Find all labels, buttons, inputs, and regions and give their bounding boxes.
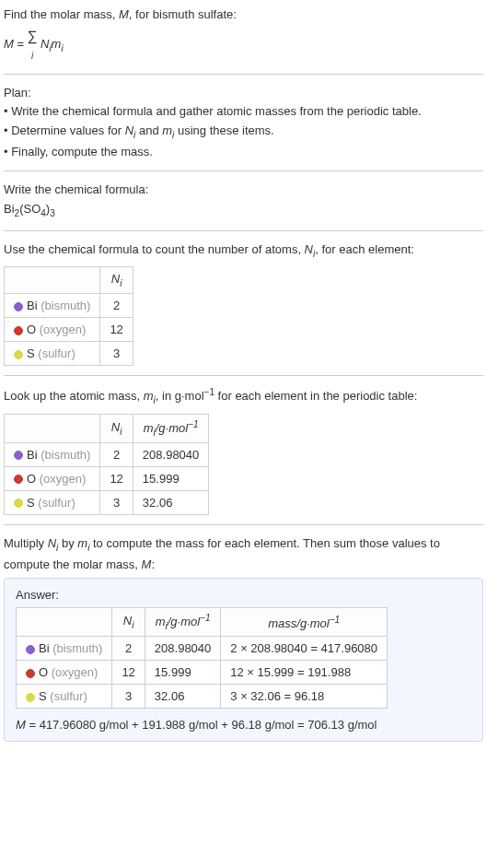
n-cell: 12	[100, 466, 133, 490]
m-cell: 32.06	[133, 490, 208, 514]
el-name: (bismuth)	[41, 299, 90, 312]
element-dot	[14, 499, 23, 508]
divider	[4, 375, 483, 376]
plan2-and: and	[135, 123, 162, 137]
prompt-post: , for bismuth sulfate:	[129, 7, 237, 21]
multiply-block: Multiply Ni by mi to compute the mass fo…	[4, 534, 483, 742]
n-cell: 2	[112, 637, 145, 661]
n-cell: 3	[112, 685, 145, 709]
element-cell: Bi (bismuth)	[5, 294, 100, 318]
m-cell: 32.06	[145, 685, 220, 709]
count-pre: Use the chemical formula to count the nu…	[4, 242, 305, 256]
el-name: (oxygen)	[40, 323, 87, 336]
mult-var: M	[142, 557, 152, 571]
count-post: , for each element:	[315, 242, 414, 256]
th-empty	[5, 414, 100, 442]
eq-n: N	[37, 37, 49, 51]
divider	[4, 74, 483, 75]
m-cell: 208.98040	[145, 637, 220, 661]
summation: ∑i	[28, 26, 38, 65]
table-row: O (oxygen) 12	[5, 318, 133, 342]
table-row: O (oxygen) 12 15.999	[5, 466, 209, 490]
chemical-formula: Bi2(SO4)3	[4, 200, 483, 221]
el-name: (oxygen)	[40, 472, 87, 486]
m-cell: 15.999	[133, 466, 208, 490]
el-name: (sulfur)	[50, 689, 87, 703]
mass-cell: 3 × 32.06 = 96.18	[221, 685, 388, 709]
eq-eq: =	[14, 37, 28, 51]
table-row: Bi (bismuth) 2	[5, 294, 133, 318]
element-cell: O (oxygen)	[5, 318, 100, 342]
plan2-post: using these items.	[174, 123, 273, 137]
el-name: (bismuth)	[52, 641, 102, 655]
prompt-pre: Find the molar mass,	[4, 7, 119, 21]
divider	[4, 230, 483, 231]
table-row: Bi (bismuth) 2 208.98040	[5, 442, 209, 466]
element-dot	[14, 302, 23, 311]
table-row: S (sulfur) 3 32.06 3 × 32.06 = 96.18	[17, 685, 388, 709]
el-sym: Bi	[27, 299, 38, 312]
th-m-exp: −1	[200, 613, 210, 623]
el-sym: S	[27, 346, 35, 360]
th-m-exp: −1	[188, 419, 198, 429]
th-n-sub: i	[132, 620, 133, 630]
mass-exp: −1	[204, 387, 215, 397]
th-mass-exp: −1	[330, 615, 340, 625]
element-cell: O (oxygen)	[17, 661, 112, 685]
th-mass-pre: mass/g·mol	[268, 616, 329, 630]
divider	[4, 524, 483, 525]
answer-box: Answer: Ni mi/g·mol−1 mass/g·mol−1 Bi (b…	[4, 578, 483, 742]
eq-lhs: M	[4, 37, 14, 51]
mult-by: by	[58, 536, 77, 550]
table-row: S (sulfur) 3	[5, 342, 133, 366]
n-cell: 12	[100, 318, 133, 342]
outer-sub: 3	[50, 208, 55, 218]
n-cell: 3	[100, 490, 133, 514]
table-header-row: Ni mi/g·mol−1 mass/g·mol−1	[17, 608, 388, 637]
th-mass: mass/g·mol−1	[221, 608, 388, 637]
mass-post: for each element in the periodic table:	[215, 389, 417, 403]
th-n-sym: N	[111, 420, 120, 434]
molar-mass-eq: M = ∑i Nimi	[4, 26, 483, 65]
el-sym: O	[27, 323, 36, 336]
th-n: Ni	[100, 267, 133, 294]
count-header: Use the chemical formula to count the nu…	[4, 240, 483, 262]
n-cell: 3	[100, 342, 133, 366]
formula-header: Write the chemical formula:	[4, 181, 483, 200]
th-m-unit: /g·mol	[156, 421, 188, 435]
plan2-m: m	[162, 123, 172, 137]
th-n-sub: i	[120, 278, 122, 288]
mass-header: Look up the atomic mass, mi, in g·mol−1 …	[4, 385, 483, 408]
el-sym: S	[27, 496, 35, 510]
mult-m: m	[77, 536, 87, 550]
bi: Bi	[4, 202, 15, 216]
element-cell: Bi (bismuth)	[5, 442, 100, 466]
plan-header: Plan:	[4, 84, 483, 103]
intro-block: Find the molar mass, M, for bismuth sulf…	[4, 6, 483, 65]
table-header-row: Ni mi/g·mol−1	[5, 414, 209, 442]
th-n-sym: N	[111, 272, 120, 286]
plan-line-3: • Finally, compute the mass.	[4, 143, 483, 162]
th-n: Ni	[100, 414, 133, 442]
eq-m: m	[52, 37, 62, 51]
th-empty	[5, 267, 100, 294]
el-name: (oxygen)	[52, 665, 99, 679]
th-m-sym: m	[156, 616, 166, 629]
multiply-text: Multiply Ni by mi to compute the mass fo…	[4, 534, 483, 574]
el-sym: Bi	[27, 448, 38, 462]
mult-pre: Multiply	[4, 536, 48, 550]
mult-post: :	[151, 557, 155, 571]
th-n-sym: N	[123, 614, 132, 628]
el-name: (sulfur)	[38, 346, 75, 360]
th-empty	[17, 608, 112, 637]
element-dot	[14, 326, 23, 335]
el-sym: Bi	[39, 641, 50, 655]
n-cell: 2	[100, 442, 133, 466]
plan2-n: N	[125, 123, 133, 137]
table-row: S (sulfur) 3 32.06	[5, 490, 209, 514]
plan-block: Plan: • Write the chemical formula and g…	[4, 84, 483, 162]
m-cell: 208.98040	[133, 442, 208, 466]
th-m: mi/g·mol−1	[145, 608, 220, 637]
plan2-pre: • Determine values for	[4, 123, 125, 137]
plan-line-1: • Write the chemical formula and gather …	[4, 102, 483, 122]
